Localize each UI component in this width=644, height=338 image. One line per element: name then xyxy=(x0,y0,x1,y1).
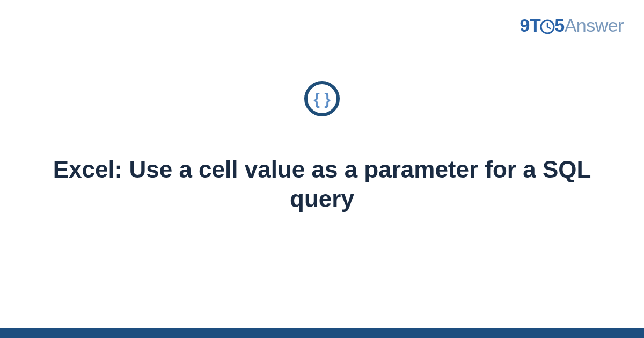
svg-text:{ }: { } xyxy=(313,90,331,108)
logo-digit: 5 xyxy=(554,15,564,35)
site-logo: 9T5Answer xyxy=(520,15,624,36)
code-braces-icon: { } xyxy=(303,79,341,118)
page-title: Excel: Use a cell value as a parameter f… xyxy=(0,155,644,214)
logo-clock-icon xyxy=(540,19,554,35)
logo-prefix: 9T xyxy=(520,15,541,35)
footer-bar xyxy=(0,328,644,338)
logo-suffix: Answer xyxy=(565,15,624,35)
